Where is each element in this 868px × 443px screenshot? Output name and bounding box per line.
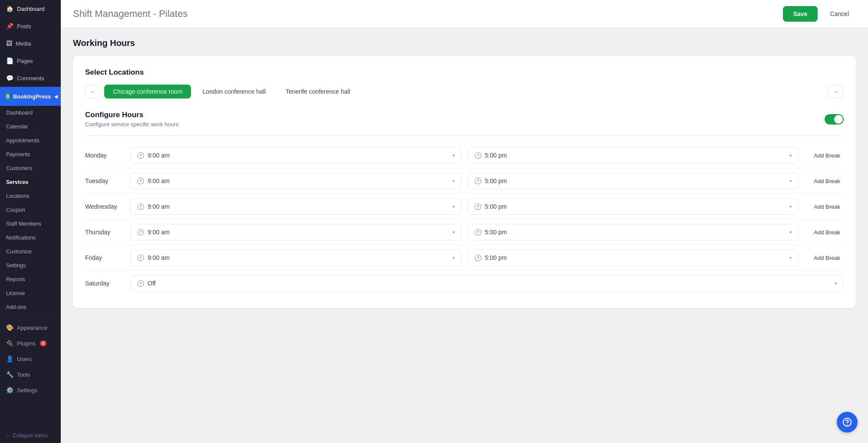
monday-start-time[interactable]: 🕐 9:00 am ▾ [130,147,462,164]
pages-icon: 📄 [6,57,13,64]
users-icon: 👤 [6,355,13,362]
cancel-button[interactable]: Cancel [823,6,856,22]
tab-arrow-right[interactable]: → [828,85,844,98]
tuesday-start-time[interactable]: 🕐 9:00 am ▾ [130,173,462,189]
chevron-down-icon: ▾ [789,178,792,184]
chevron-down-icon: ▾ [789,230,792,235]
chevron-down-icon: ▾ [452,230,455,235]
media-icon: 🖼 [6,40,12,47]
clock-icon: 🕐 [137,152,144,159]
clock-icon: 🕐 [474,254,482,261]
hours-row-thursday: Thursday 🕐 9:00 am ▾ 🕐 5:00 pm ▾ Add Bre… [85,220,844,245]
day-label-friday: Friday [85,254,124,261]
bp-menu-staff-members[interactable]: Staff Members [0,217,61,231]
saturday-start-time[interactable]: 🕐 Off ▾ [130,275,844,292]
plugins-badge: 4 [40,341,47,346]
bp-menu-notifications[interactable]: Notifications [0,231,61,245]
bookingpress-label: BookingPress [13,93,51,100]
friday-add-break[interactable]: Add Break [805,253,844,263]
save-button[interactable]: Save [783,6,818,22]
monday-end-time[interactable]: 🕐 5:00 pm ▾ [468,147,799,164]
thursday-start-time[interactable]: 🕐 9:00 am ▾ [130,224,462,240]
location-tab-london[interactable]: London conference hall [194,85,274,98]
chevron-down-icon: ▾ [835,281,837,286]
bp-menu-appointments[interactable]: Appointments [0,134,61,148]
collapse-menu[interactable]: ← Collapse menu [0,428,61,443]
plugins-icon: 🔌 [6,340,13,347]
day-label-thursday: Thursday [85,229,124,236]
section-divider [85,135,844,136]
hours-row-wednesday: Wednesday 🕐 9:00 am ▾ 🕐 5:00 pm ▾ Add Br… [85,194,844,219]
clock-icon: 🕐 [137,229,144,236]
chevron-down-icon: ▾ [452,178,455,184]
header-actions: Save Cancel [783,6,856,22]
bp-menu-dashboard[interactable]: Dashboard [0,106,61,120]
bp-menu-license[interactable]: License [0,286,61,300]
clock-icon: 🕐 [137,254,144,261]
sidebar-item-dashboard[interactable]: 🏠 Dashboard [0,0,61,17]
chevron-down-icon: ▾ [452,255,455,261]
chevron-down-icon: ▾ [452,204,455,210]
configure-header: Configure Hours Configure service specif… [85,111,844,128]
sidebar-item-appearance[interactable]: 🎨 Appearance [0,320,61,335]
location-tab-tenerife[interactable]: Tenerife conference hall [277,85,359,98]
bp-menu-locations[interactable]: Locations [0,189,61,203]
bp-menu-coupon[interactable]: Coupon [0,203,61,217]
tuesday-add-break[interactable]: Add Break [805,176,844,186]
main-card: Select Locations ← Chicago conference ro… [73,56,856,308]
friday-start-time[interactable]: 🕐 9:00 am ▾ [130,249,462,266]
location-tab-chicago[interactable]: Chicago conference room [104,85,191,98]
sidebar-item-comments[interactable]: 💬 Comments [0,69,61,87]
sidebar-item-tools[interactable]: 🔧 Tools [0,367,61,382]
tab-arrow-left[interactable]: ← [85,85,101,98]
configure-hours-subtitle: Configure service specific work hours [85,121,178,128]
clock-icon: 🕐 [137,280,144,287]
sidebar-item-posts[interactable]: 📌 Posts [0,17,61,35]
settings-icon: ⚙️ [6,387,13,394]
help-button[interactable] [837,412,858,433]
bp-menu-reports[interactable]: Reports [0,272,61,286]
tuesday-end-time[interactable]: 🕐 5:00 pm ▾ [468,173,799,189]
dashboard-icon: 🏠 [6,5,13,12]
bp-menu-addons[interactable]: Add-ons [0,300,61,314]
thursday-end-time[interactable]: 🕐 5:00 pm ▾ [468,224,799,240]
tools-icon: 🔧 [6,371,13,378]
hours-row-friday: Friday 🕐 9:00 am ▾ 🕐 5:00 pm ▾ Add Break [85,245,844,270]
chevron-down-icon: ▾ [789,153,792,158]
monday-add-break[interactable]: Add Break [805,151,844,161]
hours-row-saturday: Saturday 🕐 Off ▾ [85,271,844,296]
sidebar-item-settings[interactable]: ⚙️ Settings [0,382,61,398]
day-label-tuesday: Tuesday [85,177,124,184]
bp-menu-payments[interactable]: Payments [0,148,61,161]
wednesday-start-time[interactable]: 🕐 9:00 am ▾ [130,198,462,215]
day-label-saturday: Saturday [85,280,124,287]
sidebar: 🏠 Dashboard 📌 Posts 🖼 Media 📄 Pages 💬 Co… [0,0,61,443]
main-content: Shift Management - Pilates Save Cancel W… [61,0,868,443]
bookingpress-icon: B [6,92,10,101]
day-label-monday: Monday [85,152,124,159]
chevron-down-icon: ▾ [789,204,792,210]
chevron-down-icon: ▾ [452,153,455,158]
bp-menu-customize[interactable]: Customize [0,245,61,259]
bp-menu-calendar[interactable]: Calendar [0,120,61,134]
clock-icon: 🕐 [137,177,144,184]
configure-toggle[interactable] [825,114,844,125]
thursday-add-break[interactable]: Add Break [805,227,844,237]
content-area: Working Hours Select Locations ← Chicago… [61,28,868,443]
friday-end-time[interactable]: 🕐 5:00 pm ▾ [468,249,799,266]
wednesday-end-time[interactable]: 🕐 5:00 pm ▾ [468,198,799,215]
clock-icon: 🕐 [474,177,482,184]
wednesday-add-break[interactable]: Add Break [805,202,844,212]
bp-menu-services[interactable]: Services [0,175,61,189]
clock-icon: 🕐 [137,203,144,210]
posts-icon: 📌 [6,23,13,30]
bp-menu-customers[interactable]: Customers [0,161,61,175]
sidebar-item-users[interactable]: 👤 Users [0,351,61,367]
sidebar-item-plugins[interactable]: 🔌 Plugins 4 [0,335,61,351]
sidebar-item-pages[interactable]: 📄 Pages [0,52,61,69]
locations-tabs: ← Chicago conference room London confere… [85,85,844,98]
appearance-icon: 🎨 [6,324,13,331]
sidebar-item-media[interactable]: 🖼 Media [0,35,61,52]
bp-menu-settings[interactable]: Settings [0,259,61,272]
sidebar-bookingpress[interactable]: B BookingPress ◀ [0,87,61,106]
